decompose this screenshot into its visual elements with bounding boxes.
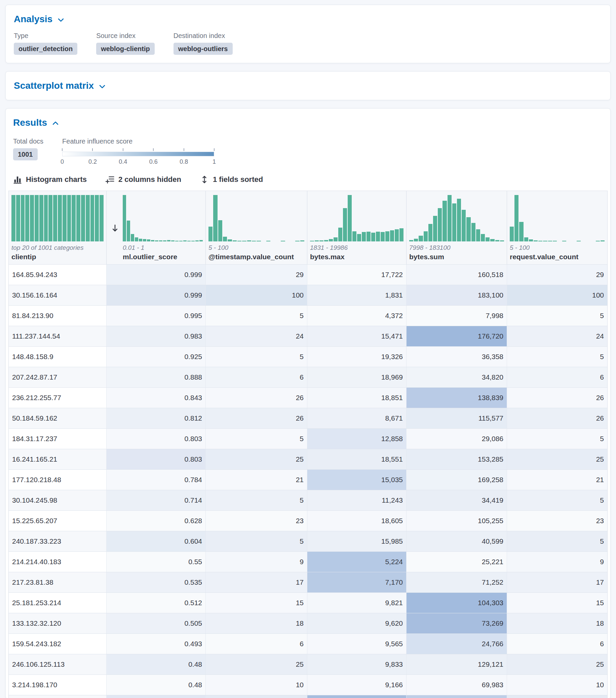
cell-value[interactable]: 29,086: [407, 429, 507, 449]
cell-value[interactable]: 25: [507, 654, 607, 674]
cell-value[interactable]: 100: [206, 285, 307, 305]
column-header-bytes-max[interactable]: 1831 - 19986 bytes.max: [307, 191, 407, 264]
cell-clientip[interactable]: 207.242.87.17: [9, 367, 107, 387]
cell-value[interactable]: 17: [507, 572, 607, 592]
cell-value[interactable]: 29: [206, 265, 307, 285]
cell-value[interactable]: 0.995: [107, 306, 206, 326]
cell-value[interactable]: 1,831: [307, 285, 407, 305]
column-header-request-value-count[interactable]: 5 - 100 request.value_count: [507, 191, 607, 264]
cell-value[interactable]: 12,858: [307, 429, 407, 449]
cell-value[interactable]: 18: [507, 613, 607, 633]
cell-value[interactable]: 26: [206, 408, 307, 428]
cell-clientip[interactable]: 30.156.16.164: [9, 285, 107, 305]
cell-value[interactable]: 9,821: [307, 593, 407, 613]
cell-value[interactable]: 104,303: [407, 593, 507, 613]
cell-value[interactable]: 71,252: [407, 572, 507, 592]
cell-value[interactable]: 0.843: [107, 388, 206, 408]
cell-value[interactable]: 5: [507, 306, 607, 326]
cell-value[interactable]: 15: [206, 593, 307, 613]
cell-clientip[interactable]: 214.214.40.183: [9, 552, 107, 572]
cell-value[interactable]: 5: [507, 490, 607, 511]
cell-clientip[interactable]: 159.54.243.182: [9, 634, 107, 654]
cell-value[interactable]: 69,983: [407, 675, 507, 695]
cell-value[interactable]: [206, 695, 307, 698]
cell-clientip[interactable]: 133.132.32.120: [9, 613, 107, 633]
cell-value[interactable]: 21: [206, 470, 307, 490]
cell-clientip[interactable]: 240.187.33.223: [9, 531, 107, 552]
column-header-clientip[interactable]: top 20 of 1001 categories clientip: [9, 191, 107, 264]
cell-value[interactable]: 25: [206, 654, 307, 674]
cell-value[interactable]: 26: [507, 408, 607, 428]
results-accordion-toggle[interactable]: Results: [13, 117, 59, 129]
cell-value[interactable]: 6: [206, 367, 307, 387]
cell-value[interactable]: 15: [507, 593, 607, 613]
cell-value[interactable]: 7,998: [407, 306, 507, 326]
cell-value[interactable]: 0.812: [107, 408, 206, 428]
cell-clientip[interactable]: 184.31.17.237: [9, 429, 107, 449]
cell-value[interactable]: 153,285: [407, 449, 507, 469]
cell-value[interactable]: 7,170: [307, 572, 407, 592]
cell-value[interactable]: 5: [206, 429, 307, 449]
cell-value[interactable]: 17: [206, 572, 307, 592]
cell-clientip[interactable]: 177.120.218.48: [9, 470, 107, 490]
cell-value[interactable]: 5: [507, 347, 607, 367]
cell-value[interactable]: 9: [206, 552, 307, 572]
cell-value[interactable]: 24: [507, 326, 607, 346]
cell-value[interactable]: 176,720: [407, 326, 507, 346]
cell-value[interactable]: 0.925: [107, 347, 206, 367]
cell-value[interactable]: 9,620: [307, 613, 407, 633]
cell-clientip[interactable]: 50.184.59.162: [9, 408, 107, 428]
cell-clientip[interactable]: 15.225.65.207: [9, 511, 107, 531]
cell-value[interactable]: 18,605: [307, 511, 407, 531]
cell-value[interactable]: 24: [206, 326, 307, 346]
cell-clientip[interactable]: 148.48.158.9: [9, 347, 107, 367]
cell-value[interactable]: 5: [507, 429, 607, 449]
cell-value[interactable]: 5: [206, 347, 307, 367]
cell-value[interactable]: 6: [507, 367, 607, 387]
cell-clientip[interactable]: 236.212.255.77: [9, 388, 107, 408]
columns-hidden-button[interactable]: 2 columns hidden: [106, 175, 181, 184]
cell-value[interactable]: 21: [507, 470, 607, 490]
cell-value[interactable]: 26: [507, 388, 607, 408]
column-header-bytes-sum[interactable]: 7998 - 183100 bytes.sum: [407, 191, 507, 264]
cell-value[interactable]: 105,255: [407, 511, 507, 531]
cell-value[interactable]: 34,820: [407, 367, 507, 387]
cell-value[interactable]: 26: [206, 388, 307, 408]
cell-value[interactable]: 0.714: [107, 490, 206, 511]
cell-value[interactable]: 6: [206, 634, 307, 654]
cell-clientip[interactable]: 81.84.213.90: [9, 306, 107, 326]
cell-value[interactable]: 0.48: [107, 675, 206, 695]
cell-value[interactable]: 100: [507, 285, 607, 305]
cell-value[interactable]: 0.888: [107, 367, 206, 387]
cell-value[interactable]: 9: [507, 552, 607, 572]
fields-sorted-button[interactable]: 1 fields sorted: [200, 175, 263, 184]
cell-value[interactable]: 0.604: [107, 531, 206, 552]
cell-value[interactable]: [107, 695, 206, 698]
cell-value[interactable]: [407, 695, 507, 698]
cell-clientip[interactable]: 217.23.81.38: [9, 572, 107, 592]
cell-value[interactable]: 0.48: [107, 654, 206, 674]
analysis-accordion-toggle[interactable]: Analysis: [14, 13, 65, 25]
cell-value[interactable]: 0.803: [107, 449, 206, 469]
cell-value[interactable]: 9,833: [307, 654, 407, 674]
cell-clientip[interactable]: 164.85.94.243: [9, 265, 107, 285]
cell-value[interactable]: 138,839: [407, 388, 507, 408]
cell-value[interactable]: 24,766: [407, 634, 507, 654]
cell-value[interactable]: 15,035: [307, 470, 407, 490]
column-header-outlier-score[interactable]: 0.01 - 1 ml.outlier_score: [107, 191, 206, 264]
cell-value[interactable]: 9,565: [307, 634, 407, 654]
cell-value[interactable]: 19,326: [307, 347, 407, 367]
cell-value[interactable]: 115,577: [407, 408, 507, 428]
cell-value[interactable]: 0.535: [107, 572, 206, 592]
cell-value[interactable]: 0.999: [107, 285, 206, 305]
cell-value[interactable]: 15,471: [307, 326, 407, 346]
cell-value[interactable]: 25: [507, 449, 607, 469]
cell-value[interactable]: 0.628: [107, 511, 206, 531]
cell-value[interactable]: 23: [507, 511, 607, 531]
cell-clientip[interactable]: 30.104.245.98: [9, 490, 107, 511]
cell-value[interactable]: [507, 695, 607, 698]
histogram-charts-button[interactable]: Histogram charts: [13, 175, 87, 184]
cell-value[interactable]: 18,969: [307, 367, 407, 387]
cell-value[interactable]: 5: [206, 490, 307, 511]
cell-value[interactable]: 160,518: [407, 265, 507, 285]
